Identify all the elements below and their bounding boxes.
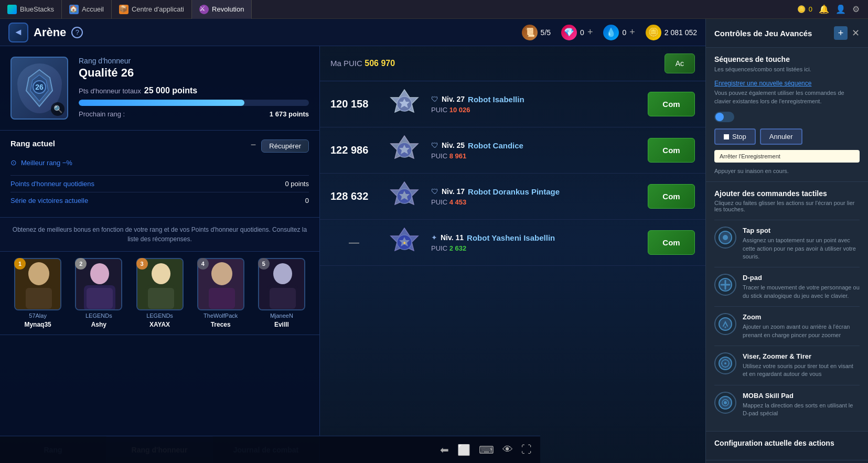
battle-score-2: 122 986	[330, 144, 378, 156]
panel-bottom-buttons: Sauvegarder Restaurer Nettoyer	[706, 460, 868, 463]
notification-icon[interactable]: 🔔	[819, 4, 829, 14]
profile-icon[interactable]: 👤	[835, 4, 846, 14]
svg-point-21	[273, 263, 292, 284]
rank-header: 26 🔍 Rang d'honneur Qualité 26 Pts d'hon…	[0, 46, 319, 131]
game-area: ◄ Arène ? 📜 5/5 💎 0 + 💧	[0, 19, 868, 463]
d-pad-title: D-pad	[743, 274, 860, 282]
coin-count: 0	[809, 5, 812, 13]
combat-button-4[interactable]: Com	[648, 230, 695, 255]
centre-label: Centre d'applicati	[132, 5, 184, 13]
moba-title: MOBA Skill Pad	[743, 392, 860, 400]
svg-point-5	[28, 262, 49, 285]
recuperer-button[interactable]: Récupérer	[261, 139, 309, 153]
d-pad-text: D-pad Tracer le mouvement de votre perso…	[743, 274, 860, 300]
settings-icon[interactable]: ⚙	[852, 4, 860, 14]
coin-area: 🪙 0	[797, 5, 812, 13]
home-nav-icon[interactable]: ⬜	[457, 444, 470, 456]
puic-label-3: PUIC	[431, 198, 447, 206]
search-icon: 🔍	[53, 105, 62, 113]
crystal-plus-button[interactable]: +	[587, 27, 593, 38]
ranking-player-4: 4 TheWolfPack Treces	[194, 258, 248, 328]
stop-button[interactable]: Stop	[714, 128, 756, 145]
water-value: 0	[622, 28, 626, 37]
tooltip-box: Arrêter l'Enregistrement	[714, 150, 860, 163]
annuler-button[interactable]: Annuler	[760, 128, 802, 145]
help-button[interactable]: ?	[71, 27, 83, 38]
battle-row-3: 128 632 🛡 Niv. 17	[320, 174, 705, 220]
left-panel: 26 🔍 Rang d'honneur Qualité 26 Pts d'hon…	[0, 46, 320, 463]
enregistrer-link[interactable]: Enregistrer une nouvelle séquence	[714, 80, 860, 87]
player-name-top-4: TheWolfPack	[203, 313, 238, 319]
puic-label-1: PUIC	[431, 106, 447, 114]
ranking-player-2: 2 LEGENDs Ashy	[71, 258, 126, 328]
tap-spot-title: Tap spot	[743, 227, 860, 234]
actualiser-button[interactable]: Ac	[665, 53, 695, 73]
search-badge-button[interactable]: 🔍	[51, 102, 65, 116]
combat-button-2[interactable]: Com	[648, 138, 695, 163]
aim-title: Viser, Zoomer & Tirer	[743, 352, 860, 360]
progress-bar-container	[79, 100, 309, 106]
battle-level-4: ✦ Niv. 11 Robot Yasheni Isabellin	[431, 233, 639, 242]
points-quotidiens-value: 0 points	[285, 180, 309, 188]
zoom-desc: Ajouter un zoom avant ou arrière à l'écr…	[743, 323, 860, 339]
battle-info-2: 🛡 Niv. 25 Robot Candice PUIC 8 961	[431, 141, 639, 160]
level-icon-2: 🛡	[431, 141, 438, 149]
level-icon-3: 🛡	[431, 187, 438, 196]
crystal-icon: 💎	[561, 25, 577, 40]
player-name-2: Robot Candice	[468, 141, 523, 150]
tab-bluestacks[interactable]: BlueStacks	[0, 0, 62, 19]
back-button[interactable]: ◄	[8, 23, 28, 42]
tab-accueil[interactable]: 🏠 Accueil	[62, 0, 112, 19]
puic-num-4: 2 632	[449, 244, 467, 252]
tab-centre[interactable]: 📦 Centre d'applicati	[112, 0, 192, 19]
coin-resource: 🪙 2 081 052	[646, 25, 697, 40]
battle-info-3: 🛡 Niv. 17 Robot Dorankus Pintage PUIC 4 …	[431, 187, 639, 206]
water-plus-button[interactable]: +	[629, 27, 635, 38]
revolution-label: Revolution	[212, 5, 244, 13]
battle-row-4: — ✦ ✦ Niv. 11	[320, 220, 705, 266]
next-rank-value: 1 673 points	[270, 110, 309, 118]
meilleur-rang: ⊙ Meilleur rang −%	[10, 158, 309, 167]
svg-rect-7	[26, 288, 52, 309]
tap-spot-icon	[714, 227, 736, 249]
battle-row-2: 122 986 🛡 Niv. 25	[320, 127, 705, 174]
combat-button-3[interactable]: Com	[648, 184, 695, 209]
side-panel: Contrôles de Jeu Avancés + ✕ Séquences d…	[705, 19, 868, 463]
coin-icon: 🪙	[797, 5, 806, 13]
command-moba: MOBA Skill Pad Mappez la direction des s…	[714, 385, 860, 424]
next-rank-label: Prochain rang :	[79, 110, 125, 118]
dash-placeholder: —	[330, 236, 378, 249]
minus-button[interactable]: −	[251, 139, 256, 153]
bluestacks-icon	[7, 5, 17, 14]
battle-medal-2	[386, 132, 423, 169]
tab-revolution[interactable]: ⚔ Revolution	[192, 0, 252, 19]
ma-puic-label: Ma PUIC	[330, 59, 362, 68]
player-name-bottom-1: Mynaq35	[24, 321, 51, 328]
add-sequence-button[interactable]: +	[834, 26, 848, 40]
toggle-switch[interactable]	[714, 112, 734, 122]
meilleur-rang-label: Meilleur rang −%	[21, 159, 72, 167]
close-panel-button[interactable]: ✕	[852, 27, 860, 39]
command-d-pad: D-pad Tracer le mouvement de votre perso…	[714, 267, 860, 306]
config-section: Configuration actuelle des actions	[706, 431, 868, 460]
ranking-player-3: 3 LEGENDs XAYAX	[132, 258, 187, 328]
right-panel: Ma PUIC 506 970 Ac 120 158	[320, 46, 705, 463]
svg-rect-23	[270, 288, 296, 309]
view-icon[interactable]: 👁	[502, 444, 513, 456]
svg-point-41	[725, 327, 726, 328]
puic-num-1: 10 026	[449, 106, 470, 114]
scroll-value: 5/5	[541, 28, 551, 37]
keyboard-icon[interactable]: ⌨	[479, 444, 494, 456]
combat-button-1[interactable]: Com	[648, 92, 695, 116]
svg-rect-15	[148, 288, 174, 309]
avatar-container-2: 2	[75, 258, 122, 310]
moba-desc: Mappez la direction des sorts en utilisa…	[743, 402, 860, 418]
back-nav-icon[interactable]: ⬅	[440, 444, 449, 456]
ranking-player-5: 5 MjaneeN Evilll	[254, 258, 309, 328]
points-value: 25 000 points	[144, 86, 197, 95]
puic-row-4: PUIC 2 632	[431, 244, 639, 252]
player-name-4: Robot Yasheni Isabellin	[467, 233, 555, 242]
battle-row-1: 120 158 🛡 Niv. 27	[320, 81, 705, 127]
fullscreen-icon[interactable]: ⛶	[521, 444, 532, 456]
touch-title: Ajouter des commandes tactiles	[714, 189, 860, 198]
